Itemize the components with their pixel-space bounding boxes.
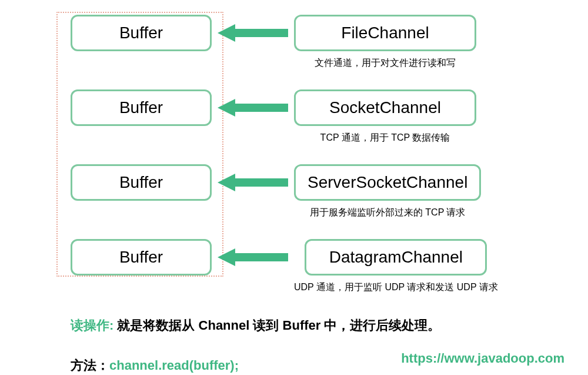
source-url: https://www.javadoop.com <box>401 351 564 366</box>
svg-marker-2 <box>218 174 288 191</box>
arrow-left-icon <box>218 164 288 201</box>
channel-desc: 用于服务端监听外部过来的 TCP 请求 <box>310 207 466 219</box>
channel-group: SocketChannel TCP 通道，用于 TCP 数据传输 <box>294 89 476 144</box>
channel-group: DatagramChannel UDP 通道，用于监听 UDP 请求和发送 UD… <box>294 239 498 294</box>
channel-group: FileChannel 文件通道，用于对文件进行读和写 <box>294 15 476 69</box>
diagram-row: Buffer FileChannel 文件通道，用于对文件进行读和写 <box>24 15 564 69</box>
buffer-box: Buffer <box>71 164 212 201</box>
method-code: channel.read(buffer); <box>109 358 239 373</box>
channel-box-serversocket: ServerSocketChannel <box>294 164 481 201</box>
channel-desc: 文件通道，用于对文件进行读和写 <box>315 57 456 69</box>
buffer-box: Buffer <box>71 89 212 126</box>
method-label: 方法： <box>71 358 109 373</box>
buffer-box: Buffer <box>71 239 212 276</box>
channel-box-socket: SocketChannel <box>294 89 476 126</box>
channel-desc: UDP 通道，用于监听 UDP 请求和发送 UDP 请求 <box>294 281 498 294</box>
read-operation-line: 读操作: 就是将数据从 Channel 读到 Buffer 中，进行后续处理。 <box>71 314 564 337</box>
arrow-left-icon <box>218 239 288 276</box>
diagram-row: Buffer ServerSocketChannel 用于服务端监听外部过来的 … <box>24 164 564 219</box>
buffer-box: Buffer <box>71 15 212 51</box>
channel-desc: TCP 通道，用于 TCP 数据传输 <box>320 132 450 144</box>
read-op-label: 读操作: <box>71 318 113 333</box>
diagram-row: Buffer DatagramChannel UDP 通道，用于监听 UDP 请… <box>24 239 564 294</box>
svg-marker-1 <box>218 99 288 117</box>
arrow-left-icon <box>218 89 288 126</box>
channel-group: ServerSocketChannel 用于服务端监听外部过来的 TCP 请求 <box>294 164 481 219</box>
channel-box-datagram: DatagramChannel <box>305 239 487 276</box>
diagram-container: Buffer FileChannel 文件通道，用于对文件进行读和写 Buffe… <box>0 0 588 375</box>
channel-box-file: FileChannel <box>294 15 476 51</box>
svg-marker-3 <box>218 248 288 266</box>
svg-marker-0 <box>218 24 288 42</box>
read-op-text: 就是将数据从 Channel 读到 Buffer 中，进行后续处理。 <box>113 318 440 333</box>
diagram-row: Buffer SocketChannel TCP 通道，用于 TCP 数据传输 <box>24 89 564 144</box>
arrow-left-icon <box>218 15 288 51</box>
